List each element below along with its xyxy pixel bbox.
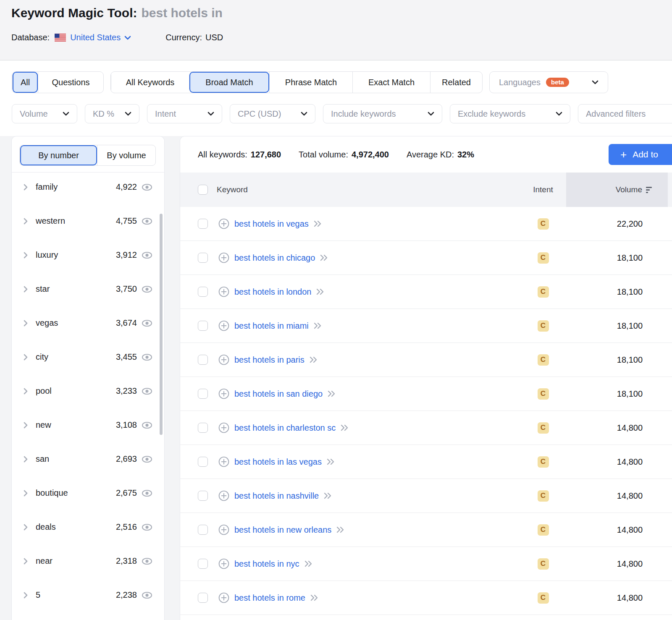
filter-dropdown[interactable]: Volume <box>12 104 77 123</box>
add-keyword-icon[interactable] <box>218 592 229 603</box>
row-checkbox[interactable] <box>198 491 208 501</box>
eye-icon[interactable] <box>142 387 152 395</box>
row-checkbox[interactable] <box>198 457 208 467</box>
chevron-right-icon[interactable] <box>23 320 29 327</box>
eye-icon[interactable] <box>142 489 152 497</box>
tab[interactable]: Related <box>430 72 482 93</box>
keyword-link[interactable]: best hotels in chicago <box>234 253 315 263</box>
row-checkbox[interactable] <box>198 423 208 433</box>
eye-icon[interactable] <box>142 591 152 599</box>
languages-dropdown[interactable]: Languages beta <box>489 71 608 93</box>
row-checkbox[interactable] <box>198 355 208 365</box>
tab[interactable]: Broad Match <box>189 72 269 93</box>
row-checkbox[interactable] <box>198 559 208 569</box>
double-chevron-right-icon[interactable] <box>327 458 335 466</box>
filter-dropdown[interactable]: CPC (USD) <box>230 104 315 123</box>
keyword-group-item[interactable]: western 4,755 <box>12 204 164 238</box>
eye-icon[interactable] <box>142 421 152 429</box>
double-chevron-right-icon[interactable] <box>328 390 336 398</box>
column-header-volume[interactable]: Volume <box>566 173 668 207</box>
keyword-group-item[interactable]: family 4,922 <box>12 170 164 204</box>
keyword-link[interactable]: best hotels in new orleans <box>234 525 331 535</box>
toggle-option[interactable]: By number <box>20 145 97 165</box>
column-header-intent[interactable]: Intent <box>520 185 566 194</box>
row-checkbox[interactable] <box>198 593 208 603</box>
row-checkbox[interactable] <box>198 253 208 263</box>
keyword-group-item[interactable]: star 3,750 <box>12 272 164 306</box>
chevron-right-icon[interactable] <box>23 422 29 429</box>
add-keyword-icon[interactable] <box>218 320 229 331</box>
filter-dropdown[interactable]: Intent <box>147 104 222 123</box>
double-chevron-right-icon[interactable] <box>310 356 318 364</box>
keyword-link[interactable]: best hotels in vegas <box>234 219 309 229</box>
double-chevron-right-icon[interactable] <box>336 526 344 534</box>
row-checkbox[interactable] <box>198 287 208 297</box>
row-checkbox[interactable] <box>198 389 208 399</box>
filter-dropdown[interactable]: Include keywords <box>323 104 442 123</box>
keyword-group-item[interactable]: 5 2,238 <box>12 578 164 612</box>
eye-icon[interactable] <box>142 183 152 191</box>
toggle-option[interactable]: By volume <box>97 145 155 165</box>
eye-icon[interactable] <box>142 455 152 463</box>
double-chevron-right-icon[interactable] <box>314 322 322 330</box>
chevron-right-icon[interactable] <box>23 218 29 225</box>
sidebar-scrollbar[interactable] <box>160 214 163 435</box>
keyword-group-item[interactable]: deals 2,516 <box>12 510 164 544</box>
chevron-right-icon[interactable] <box>23 490 29 497</box>
eye-icon[interactable] <box>142 319 152 327</box>
keyword-group-item[interactable]: new 3,108 <box>12 408 164 442</box>
add-keyword-icon[interactable] <box>218 286 229 297</box>
add-keyword-icon[interactable] <box>218 456 229 467</box>
add-keyword-icon[interactable] <box>218 252 229 263</box>
keyword-group-item[interactable]: boutique 2,675 <box>12 476 164 510</box>
keyword-link[interactable]: best hotels in nashville <box>234 491 319 501</box>
column-header-keyword[interactable]: Keyword <box>217 185 520 194</box>
keyword-link[interactable]: best hotels in miami <box>234 321 309 331</box>
chevron-right-icon[interactable] <box>23 388 29 395</box>
keyword-group-item[interactable]: san 2,693 <box>12 442 164 476</box>
select-all-checkbox[interactable] <box>198 185 208 195</box>
double-chevron-right-icon[interactable] <box>316 288 324 296</box>
filter-dropdown[interactable]: Exclude keywords <box>450 104 570 123</box>
keyword-group-item[interactable]: vegas 3,674 <box>12 306 164 340</box>
keyword-link[interactable]: best hotels in paris <box>234 355 304 365</box>
row-checkbox[interactable] <box>198 219 208 229</box>
add-to-button[interactable]: + Add to <box>609 144 672 165</box>
add-keyword-icon[interactable] <box>218 524 229 535</box>
keyword-group-item[interactable]: city 3,455 <box>12 340 164 374</box>
chevron-right-icon[interactable] <box>23 558 29 565</box>
chevron-right-icon[interactable] <box>23 184 29 191</box>
eye-icon[interactable] <box>142 557 152 565</box>
keyword-link[interactable]: best hotels in rome <box>234 593 305 603</box>
double-chevron-right-icon[interactable] <box>304 560 312 568</box>
keyword-group-item[interactable]: luxury 3,912 <box>12 238 164 272</box>
eye-icon[interactable] <box>142 285 152 293</box>
double-chevron-right-icon[interactable] <box>314 220 322 228</box>
keyword-link[interactable]: best hotels in london <box>234 287 311 297</box>
row-checkbox[interactable] <box>198 321 208 331</box>
eye-icon[interactable] <box>142 523 152 531</box>
chevron-right-icon[interactable] <box>23 456 29 463</box>
add-keyword-icon[interactable] <box>218 388 229 399</box>
double-chevron-right-icon[interactable] <box>310 594 318 602</box>
keyword-link[interactable]: best hotels in charleston sc <box>234 423 336 433</box>
double-chevron-right-icon[interactable] <box>324 492 332 500</box>
keyword-link[interactable]: best hotels in las vegas <box>234 457 322 467</box>
keyword-group-item[interactable]: pool 3,233 <box>12 374 164 408</box>
add-keyword-icon[interactable] <box>218 422 229 433</box>
tab[interactable]: All Keywords <box>111 72 189 93</box>
chevron-right-icon[interactable] <box>23 524 29 531</box>
keyword-group-item[interactable]: near 2,318 <box>12 544 164 578</box>
eye-icon[interactable] <box>142 251 152 259</box>
tab[interactable]: Exact Match <box>352 72 430 93</box>
chevron-right-icon[interactable] <box>23 354 29 361</box>
tab[interactable]: All <box>12 72 38 93</box>
row-checkbox[interactable] <box>198 525 208 535</box>
tab[interactable]: Questions <box>38 72 103 93</box>
keyword-link[interactable]: best hotels in nyc <box>234 559 299 569</box>
double-chevron-right-icon[interactable] <box>341 424 349 432</box>
filter-dropdown[interactable]: Advanced filters <box>578 104 672 123</box>
filter-dropdown[interactable]: KD % <box>85 104 139 123</box>
eye-icon[interactable] <box>142 217 152 225</box>
eye-icon[interactable] <box>142 353 152 361</box>
